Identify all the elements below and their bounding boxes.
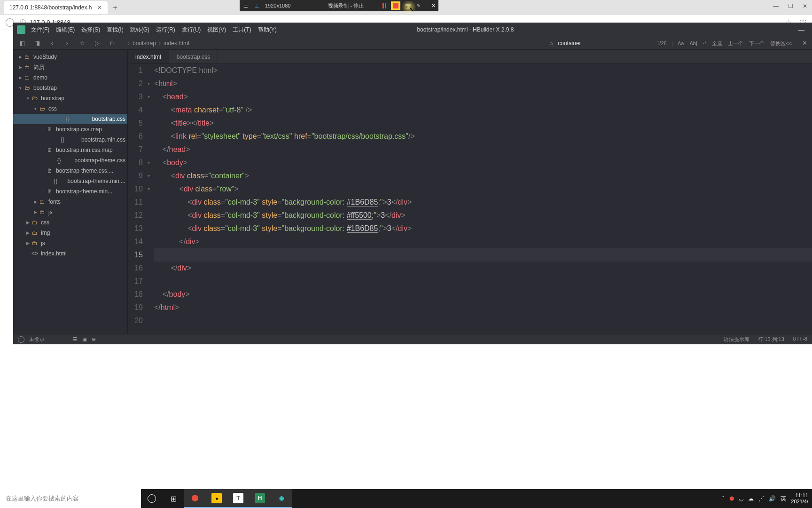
syntax-hint[interactable]: 语法提示库 (724, 336, 750, 343)
folder-icon[interactable]: 🗀 (108, 40, 117, 47)
tree-item[interactable]: 🗎bootstrap-theme.css.... (13, 166, 127, 176)
fold-icon[interactable] (148, 314, 154, 327)
tree-item[interactable]: ▶🗀简历 (13, 62, 127, 72)
minimize-button[interactable]: — (773, 3, 779, 9)
panel-icon[interactable]: ◧ (18, 40, 26, 47)
tree-item[interactable]: ▶🗀img (13, 228, 127, 238)
chevron-icon[interactable]: ▶ (32, 199, 39, 204)
fold-icon[interactable]: ▾ (148, 183, 154, 196)
tree-item[interactable]: {}bootstrap-theme.min.... (13, 176, 127, 186)
fold-icon[interactable]: ▾ (148, 169, 154, 183)
chevron-icon[interactable]: ▶ (24, 230, 31, 235)
find-option[interactable]: 下一个 (749, 40, 765, 46)
chevron-icon[interactable]: ▶ (32, 210, 39, 214)
chevron-up-icon[interactable]: ˄ (722, 495, 725, 502)
wifi-icon[interactable]: ⋰ (758, 495, 764, 502)
menu-item[interactable]: 帮助(Y) (258, 26, 277, 34)
panel-icon[interactable]: ◨ (33, 40, 41, 47)
chevron-icon[interactable]: ▶ (24, 241, 31, 246)
tree-item[interactable]: ▾🗁css (13, 103, 127, 114)
tree-item[interactable]: ▶🗀fonts (13, 197, 127, 207)
menu-icon[interactable]: ☰ (242, 2, 249, 9)
taskbar-app-edge[interactable]: ◉ (271, 489, 292, 508)
tree-item[interactable]: 🗎bootstrap.min.css.map (13, 145, 127, 155)
back-icon[interactable]: ‹ (48, 40, 56, 47)
fold-icon[interactable] (148, 130, 154, 143)
fold-icon[interactable] (148, 64, 154, 77)
fold-icon[interactable] (148, 262, 154, 275)
chevron-icon[interactable]: ▾ (32, 106, 39, 111)
chevron-icon[interactable]: ▾ (17, 86, 23, 90)
new-tab-button[interactable]: ＋ (111, 3, 119, 13)
search-icon[interactable]: ⌕ (549, 40, 553, 47)
tree-item[interactable]: 🗎bootstrap-theme.min.... (13, 186, 127, 197)
login-status[interactable]: 未登录 (29, 336, 45, 343)
ime-indicator[interactable]: 英 (781, 495, 786, 503)
tree-item[interactable]: ▾🗁bootstrap (13, 83, 127, 93)
find-option[interactable]: Ab| (689, 40, 697, 46)
code-content[interactable]: <!DOCTYPE html><html> <head> <meta chars… (154, 64, 812, 334)
close-icon[interactable]: ✕ (97, 4, 102, 11)
fold-icon[interactable] (148, 248, 154, 262)
windows-search-box[interactable]: 在这里输入你要搜索的内容 (0, 489, 141, 508)
code-editor[interactable]: 1234567891011121314151617181920 ▾▾▾▾▾ <!… (128, 64, 812, 334)
run-icon[interactable]: ▷ (93, 40, 102, 47)
breadcrumb-item[interactable]: index.html (164, 40, 189, 47)
tray-icon[interactable]: ☁ (748, 495, 754, 502)
menu-item[interactable]: 选择(S) (81, 26, 100, 34)
tree-item[interactable]: {}bootstrap-theme.css (13, 155, 127, 166)
editor-tab[interactable]: bootstrap.css (169, 50, 218, 64)
menu-item[interactable]: 编辑(E) (56, 26, 75, 34)
chevron-icon[interactable]: ▶ (17, 55, 23, 59)
tree-item[interactable]: 🗎bootstrap.css.map (13, 124, 127, 135)
browser-tab[interactable]: 127.0.0.1:8848/bootstrap/index.h ✕ (4, 1, 108, 14)
stop-button[interactable] (391, 1, 400, 10)
list-icon[interactable]: ☰ (73, 336, 78, 342)
taskbar-app[interactable]: T (227, 489, 249, 508)
fold-icon[interactable] (148, 288, 154, 301)
find-option[interactable]: 上一个 (728, 40, 743, 46)
fold-icon[interactable]: ▾ (148, 77, 154, 90)
task-view-button[interactable]: ⊞ (163, 489, 184, 508)
pin-icon[interactable]: ⊥ (254, 2, 260, 9)
user-icon[interactable] (18, 336, 24, 343)
file-explorer[interactable]: ▶🗀vueStudy▶🗀简历▶🗀demo▾🗁bootstrap▾🗁bootstr… (13, 50, 128, 334)
tree-item[interactable]: ▶🗀js (13, 207, 127, 217)
taskbar-clock[interactable]: 11:11 2021/4/ (791, 492, 808, 505)
tree-item[interactable]: <>index.html (13, 248, 127, 259)
maximize-button[interactable]: ☐ (788, 3, 793, 9)
find-option[interactable]: ·* (703, 40, 706, 46)
cortana-button[interactable] (141, 489, 163, 508)
editor-tab[interactable]: index.html (128, 50, 169, 64)
volume-icon[interactable]: 🔊 (769, 495, 776, 502)
chevron-icon[interactable]: ▾ (24, 96, 31, 101)
find-option[interactable]: 替换区<< (770, 40, 792, 46)
menu-item[interactable]: 查找(I) (107, 26, 123, 34)
find-option[interactable]: 全选 (712, 40, 722, 46)
fold-icon[interactable] (148, 196, 154, 209)
fold-icon[interactable] (148, 301, 154, 314)
close-icon[interactable]: ✕ (431, 3, 436, 9)
breadcrumb-item[interactable]: bootstrap (133, 40, 156, 47)
chevron-icon[interactable]: ▶ (24, 220, 31, 225)
menu-item[interactable]: 文件(F) (31, 26, 49, 34)
tree-item[interactable]: ▶🗀demo (13, 72, 127, 83)
forward-icon[interactable]: › (63, 40, 71, 47)
chevron-icon[interactable]: ▶ (17, 65, 23, 70)
fold-icon[interactable] (148, 275, 154, 288)
fold-icon[interactable] (148, 103, 154, 117)
tree-item[interactable]: {}bootstrap.css (13, 114, 127, 124)
fold-icon[interactable] (148, 117, 154, 130)
menu-item[interactable]: 运行(R) (156, 26, 175, 34)
tree-item[interactable]: ▾🗁bootstrap (13, 93, 127, 103)
close-icon[interactable]: ✕ (802, 40, 807, 47)
fold-icon[interactable] (148, 209, 154, 222)
fold-icon[interactable]: ▾ (148, 156, 154, 169)
taskbar-app-hbuilder[interactable]: H (249, 489, 271, 508)
minimize-button[interactable]: — (795, 26, 808, 33)
pencil-icon[interactable]: ✎ (416, 3, 421, 9)
globe-icon[interactable]: ⊕ (92, 336, 96, 342)
chevron-icon[interactable]: ▶ (17, 75, 23, 80)
tray-icon[interactable]: ⬢ (729, 495, 734, 502)
fold-icon[interactable] (148, 222, 154, 235)
